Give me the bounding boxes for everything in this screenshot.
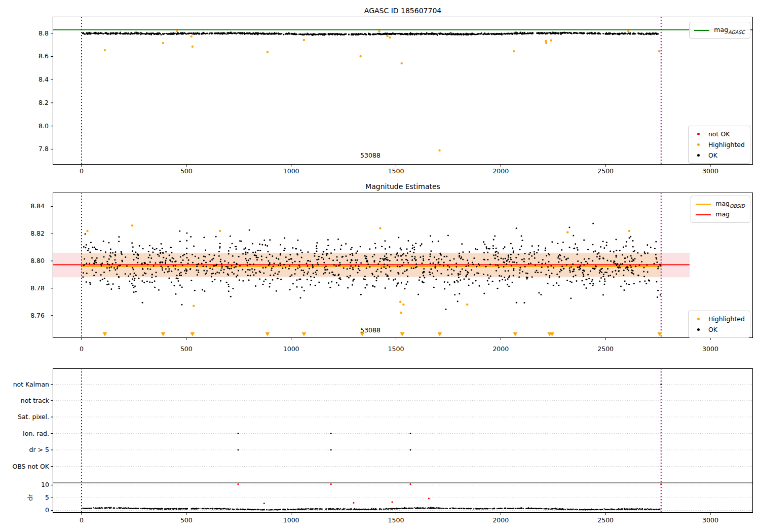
ok-point <box>388 278 390 280</box>
highlighted-point <box>378 30 380 32</box>
ok-point <box>166 509 167 510</box>
ok-point <box>477 508 478 509</box>
ok-point <box>489 33 490 35</box>
y-tick-label: 8.0 <box>18 122 49 130</box>
ok-point <box>122 33 123 34</box>
highlighted-point <box>628 230 630 232</box>
ok-point <box>398 508 399 509</box>
ok-point <box>337 275 339 276</box>
ok-point <box>543 33 544 34</box>
ok-point <box>108 258 110 260</box>
ok-point <box>131 242 133 244</box>
ok-point <box>154 33 156 35</box>
ok-point <box>161 509 162 510</box>
ok-point <box>390 508 391 509</box>
ok-point <box>592 283 594 285</box>
ok-point <box>385 274 387 275</box>
ok-point <box>656 33 658 35</box>
clipped-marker-triangle <box>161 332 165 336</box>
ok-point <box>435 264 436 265</box>
ok-point <box>115 269 116 271</box>
x-tick-label: 0 <box>64 167 99 175</box>
ok-point <box>377 263 379 265</box>
ok-point <box>238 270 239 271</box>
ok-point <box>412 34 413 35</box>
ok-point <box>639 281 640 283</box>
ok-point <box>174 268 176 270</box>
ok-point <box>636 509 637 510</box>
ok-point <box>195 256 196 257</box>
ok-point <box>141 262 143 264</box>
ok-point <box>133 259 134 260</box>
ok-point <box>228 286 230 287</box>
ok-point <box>91 257 93 259</box>
ok-point <box>424 277 425 278</box>
ok-point <box>358 265 360 267</box>
ok-point <box>132 33 133 34</box>
ok-point <box>321 508 322 509</box>
ok-point <box>451 33 453 35</box>
highlighted-point <box>192 46 194 48</box>
flag-row-label: dr > 5 <box>0 446 49 453</box>
ok-point <box>132 267 133 269</box>
ok-point <box>118 241 120 242</box>
ok-point <box>364 287 366 289</box>
ok-point <box>513 268 515 270</box>
highlighted-point <box>303 39 305 41</box>
ok-point <box>95 248 96 250</box>
ok-point <box>558 509 559 510</box>
ok-point <box>149 261 151 263</box>
ok-point <box>581 262 582 263</box>
plots-canvas <box>0 0 760 532</box>
ok-point <box>352 253 353 254</box>
ok-point <box>523 260 525 262</box>
ok-point <box>489 508 490 509</box>
ok-point <box>245 271 246 273</box>
ok-point <box>575 275 577 276</box>
ok-point <box>263 33 265 34</box>
ok-point <box>528 253 530 255</box>
ok-point <box>520 32 522 34</box>
ok-point <box>352 284 353 286</box>
ok-point <box>535 264 536 266</box>
ok-point <box>89 263 90 264</box>
ok-point <box>513 270 514 271</box>
ok-point <box>108 264 110 265</box>
ok-point <box>404 508 405 509</box>
ok-point <box>497 256 499 257</box>
ok-point <box>560 269 561 271</box>
ok-point <box>247 262 248 263</box>
ok-point <box>315 272 316 273</box>
ok-point <box>337 239 339 240</box>
ok-point <box>268 260 269 261</box>
ok-point <box>299 509 300 510</box>
ok-point <box>558 255 559 257</box>
ok-point <box>534 257 536 259</box>
ok-point <box>170 260 171 261</box>
ok-point <box>646 509 647 510</box>
ok-point <box>519 269 521 271</box>
ok-point <box>328 282 329 284</box>
ok-point <box>497 264 499 266</box>
ok-point <box>176 33 178 35</box>
ok-point <box>322 253 324 255</box>
ok-point <box>174 261 176 262</box>
ok-point <box>306 508 307 509</box>
ok-point <box>507 508 508 509</box>
ok-point <box>454 282 455 283</box>
ok-point <box>531 508 533 509</box>
ok-point <box>181 508 182 509</box>
ok-point <box>149 269 151 270</box>
ok-point <box>94 508 95 509</box>
ok-point <box>115 251 116 253</box>
ok-point <box>220 258 221 260</box>
ok-point <box>502 279 503 280</box>
figure: AGASC ID 185607704 Magnitude Estimates 5… <box>0 0 760 532</box>
ok-point <box>184 270 185 272</box>
flag-point <box>330 449 332 451</box>
ok-point <box>380 258 382 259</box>
ok-point <box>505 508 506 509</box>
ok-point <box>483 293 485 294</box>
axes-border <box>53 17 753 165</box>
ok-point <box>625 245 627 247</box>
